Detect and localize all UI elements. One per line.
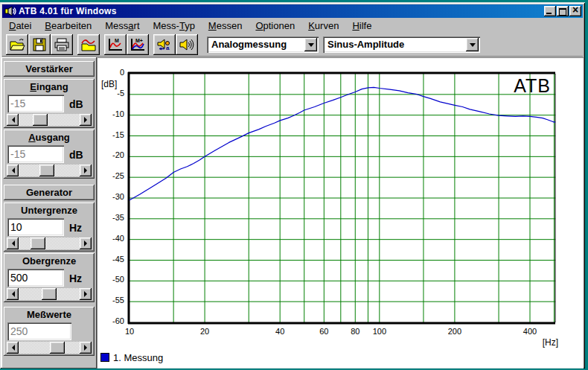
scrollbar-thumb[interactable] <box>42 288 57 300</box>
svg-text:-25: -25 <box>112 171 124 180</box>
scroll-left-arrow-icon[interactable] <box>7 342 19 354</box>
loudspeaker-button[interactable] <box>176 34 198 55</box>
messwerte-group: Meßwerte <box>4 307 95 356</box>
obergrenze-label: Obergrenze <box>4 255 95 267</box>
frequency-response-chart: 0-5-10-15-20-25-30-35-40-45-50-55-601020… <box>97 57 584 349</box>
measure-mode-dropdown-button[interactable] <box>304 38 317 51</box>
messwerte-input[interactable] <box>7 322 71 340</box>
svg-text:200: 200 <box>448 327 461 336</box>
scroll-left-arrow-icon[interactable] <box>7 165 19 176</box>
ausgang-unit: dB <box>69 149 83 161</box>
eingang-group: Eingang dB <box>4 79 95 128</box>
scrollbar-thumb[interactable] <box>33 114 48 126</box>
scroll-right-arrow-icon[interactable] <box>80 342 92 354</box>
untergrenze-input[interactable] <box>7 218 64 236</box>
svg-text:40: 40 <box>275 327 284 336</box>
svg-text:-60: -60 <box>112 316 124 325</box>
output-level-button[interactable]: a <box>153 34 176 55</box>
close-button[interactable] <box>569 6 581 16</box>
measure-add-button[interactable]: M+ <box>127 34 149 55</box>
scroll-left-arrow-icon[interactable] <box>7 237 19 249</box>
eingang-label: Eingang <box>4 81 95 93</box>
chart-legend: 1. Messung <box>100 351 163 363</box>
obergrenze-scrollbar[interactable] <box>7 288 92 300</box>
obergrenze-input[interactable] <box>7 269 64 287</box>
svg-text:-15: -15 <box>112 130 124 139</box>
signal-type-dropdown-button[interactable] <box>466 38 479 51</box>
scrollbar-thumb[interactable] <box>50 342 65 354</box>
control-sidebar: Verstärker Eingang dB Ausgang dB Generat… <box>1 57 97 369</box>
svg-text:-50: -50 <box>112 275 124 284</box>
ausgang-scrollbar[interactable] <box>7 165 92 176</box>
svg-text:400: 400 <box>523 327 537 336</box>
svg-text:a: a <box>166 45 170 51</box>
signal-type-value: Sinus-Amplitude <box>325 38 466 51</box>
svg-text:[Hz]: [Hz] <box>543 337 558 348</box>
svg-text:80: 80 <box>351 327 359 336</box>
window-title: ATB 4.01 für Windows <box>19 6 117 16</box>
scroll-left-arrow-icon[interactable] <box>7 288 19 300</box>
svg-text:100: 100 <box>373 327 386 336</box>
svg-text:-10: -10 <box>112 109 124 118</box>
legend-swatch <box>100 353 109 362</box>
menu-item-bearbeiten[interactable]: Bearbeiten <box>38 19 98 33</box>
scroll-right-arrow-icon[interactable] <box>80 165 92 176</box>
measure-mode-select[interactable]: Analogmessung <box>207 36 319 53</box>
signal-type-select[interactable]: Sinus-Amplitude <box>323 36 480 53</box>
svg-text:0: 0 <box>120 68 124 77</box>
menubar: Datei Bearbeiten Messart Mess-Typ Messen… <box>2 18 583 33</box>
measure-button[interactable]: M <box>104 34 127 55</box>
menu-item-messen[interactable]: Messen <box>202 19 249 33</box>
eingang-scrollbar[interactable] <box>7 114 92 126</box>
open-file-button[interactable] <box>6 34 28 55</box>
scroll-right-arrow-icon[interactable] <box>80 114 92 126</box>
obergrenze-unit: Hz <box>69 272 82 284</box>
scrollbar-thumb[interactable] <box>31 237 45 249</box>
untergrenze-scrollbar[interactable] <box>7 237 92 249</box>
eingang-input[interactable] <box>7 95 64 112</box>
folder-curve-icon <box>80 38 97 51</box>
scroll-left-arrow-icon[interactable] <box>7 114 19 126</box>
svg-text:-30: -30 <box>112 192 124 201</box>
menu-item-datei[interactable]: Datei <box>2 19 38 33</box>
svg-text:60: 60 <box>319 327 328 336</box>
obergrenze-group: Obergrenze Hz <box>4 253 95 302</box>
chevron-down-icon <box>470 43 476 50</box>
chart-area: 0-5-10-15-20-25-30-35-40-45-50-55-601020… <box>97 57 584 369</box>
svg-text:10: 10 <box>125 327 134 336</box>
menu-item-optionen[interactable]: Optionen <box>249 19 301 33</box>
generator-header: Generator <box>4 185 95 200</box>
scroll-right-arrow-icon[interactable] <box>80 237 92 249</box>
app-icon <box>4 6 16 16</box>
ausgang-label: Ausgang <box>4 132 95 144</box>
verstaerker-header: Verstärker <box>4 61 95 77</box>
titlebar: ATB 4.01 für Windows <box>2 4 583 18</box>
scroll-right-arrow-icon[interactable] <box>80 288 92 300</box>
svg-text:ATB: ATB <box>514 75 551 96</box>
minimize-button[interactable] <box>544 6 556 16</box>
save-button[interactable] <box>28 34 51 55</box>
ausgang-input[interactable] <box>7 145 64 163</box>
export-curve-button[interactable] <box>77 34 100 55</box>
svg-text:-45: -45 <box>112 255 124 264</box>
eingang-unit: dB <box>69 98 83 110</box>
output-level-icon: a <box>156 37 173 52</box>
loudspeaker-icon <box>179 37 195 52</box>
legend-label: 1. Messung <box>113 352 163 363</box>
svg-text:-5: -5 <box>117 89 124 98</box>
untergrenze-group: Untergrenze Hz <box>4 202 95 252</box>
messwerte-scrollbar[interactable] <box>7 342 92 354</box>
svg-text:M: M <box>115 38 119 43</box>
menu-item-mess-typ[interactable]: Mess-Typ <box>147 19 202 33</box>
svg-text:20: 20 <box>200 327 209 336</box>
app-window: ATB 4.01 für Windows Datei Bearbeiten Me… <box>0 2 585 369</box>
scrollbar-thumb[interactable] <box>39 165 54 176</box>
svg-text:[dB]: [dB] <box>101 79 117 89</box>
measure-mode-value: Analogmessung <box>208 38 304 51</box>
chevron-down-icon <box>308 43 314 50</box>
maximize-button[interactable] <box>557 6 569 16</box>
menu-item-kurven[interactable]: Kurven <box>301 19 345 33</box>
menu-item-messart[interactable]: Messart <box>98 19 146 33</box>
menu-item-hilfe[interactable]: Hilfe <box>345 19 378 33</box>
print-button[interactable] <box>51 34 73 55</box>
